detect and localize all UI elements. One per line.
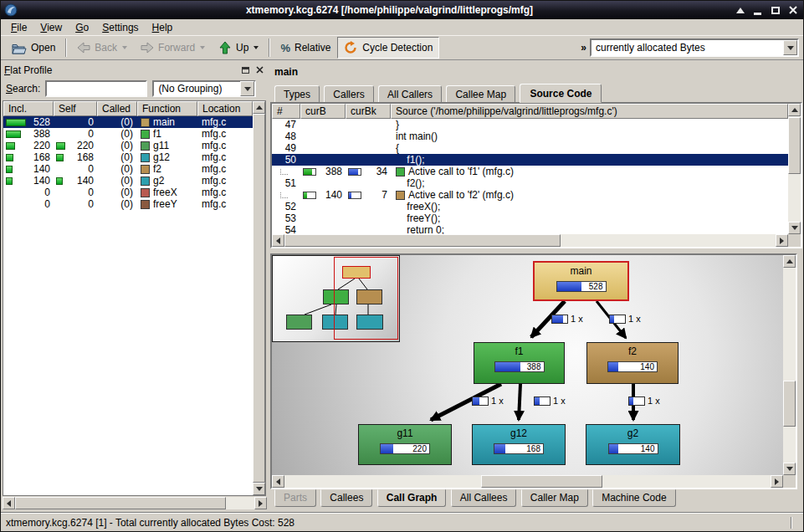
menu-view[interactable]: View bbox=[33, 21, 69, 34]
table-row-g11[interactable]: 220 220 (0) g11 mfg.c bbox=[3, 140, 253, 151]
scroll-thumb[interactable] bbox=[788, 117, 801, 174]
tab-all-callees[interactable]: All Callees bbox=[451, 489, 517, 507]
column-header-function[interactable]: Function bbox=[137, 101, 197, 116]
source-line[interactable]: 51 f2(); bbox=[272, 177, 788, 189]
source-active-call-f2[interactable]: 140 7 Active call to 'f2' (mfg.c) bbox=[272, 189, 788, 201]
scroll-right-button[interactable] bbox=[776, 234, 788, 247]
dock-close-button[interactable] bbox=[253, 64, 265, 75]
column-header-source[interactable]: Source ('/home/philippe/valgrind/littlep… bbox=[391, 104, 788, 119]
graph-node-f1[interactable]: f1 388 bbox=[474, 342, 565, 384]
graph-overview-minimap[interactable] bbox=[272, 255, 400, 342]
tab-callee-map[interactable]: Callee Map bbox=[446, 85, 515, 103]
scroll-thumb[interactable] bbox=[253, 114, 265, 483]
table-row-f2[interactable]: 140 0 (0) f2 mfg.c bbox=[3, 163, 253, 175]
graph-hscrollbar[interactable] bbox=[272, 475, 783, 488]
graph-node-g12[interactable]: g12 168 bbox=[472, 424, 566, 465]
table-row-g2[interactable]: 140 140 (0) g2 mfg.c bbox=[3, 175, 253, 187]
toolbar-overflow-chevron[interactable]: » bbox=[577, 42, 590, 54]
source-active-call-f1[interactable]: 388 34 Active call to 'f1' (mfg.c) bbox=[272, 166, 788, 177]
dock-float-button[interactable] bbox=[239, 64, 251, 75]
scroll-thumb[interactable] bbox=[481, 475, 602, 488]
source-line[interactable]: 49 { bbox=[272, 142, 788, 154]
tab-callers[interactable]: Callers bbox=[324, 85, 373, 103]
up-dropdown-icon bbox=[253, 46, 259, 49]
scroll-down-button[interactable] bbox=[788, 222, 801, 234]
column-header-curB[interactable]: curB bbox=[300, 104, 346, 119]
edge-cost-bar bbox=[628, 396, 645, 406]
scroll-left-button[interactable] bbox=[3, 497, 15, 509]
scroll-thumb[interactable] bbox=[15, 497, 226, 509]
source-line[interactable]: 47 } bbox=[272, 119, 788, 130]
table-row-f1[interactable]: 388 0 (0) f1 mfg.c bbox=[3, 128, 253, 140]
scroll-right-button[interactable] bbox=[771, 475, 783, 488]
menu-go[interactable]: Go bbox=[69, 21, 95, 34]
back-button[interactable]: Back bbox=[70, 37, 134, 59]
combo-dropdown-icon[interactable] bbox=[783, 40, 797, 55]
source-line[interactable]: 52 freeX(); bbox=[272, 201, 788, 212]
function-color-icon bbox=[141, 188, 150, 197]
tab-source-code[interactable]: Source Code bbox=[520, 84, 602, 103]
tab-call-graph[interactable]: Call Graph bbox=[377, 489, 447, 507]
graph-node-g11[interactable]: g11 220 bbox=[358, 424, 452, 465]
column-header-incl[interactable]: Incl. bbox=[3, 101, 54, 116]
source-vscrollbar[interactable] bbox=[788, 104, 801, 234]
shade-button[interactable] bbox=[732, 3, 748, 18]
flat-profile-hscrollbar[interactable] bbox=[3, 497, 267, 509]
graph-vscrollbar[interactable] bbox=[783, 255, 796, 475]
tab-caller-map[interactable]: Caller Map bbox=[521, 489, 588, 507]
search-input[interactable] bbox=[45, 80, 147, 97]
scroll-right-button[interactable] bbox=[254, 497, 267, 509]
table-row-freeY[interactable]: 0 0 (0) freeY mfg.c bbox=[3, 198, 253, 210]
close-button[interactable] bbox=[785, 3, 801, 18]
scroll-thumb[interactable] bbox=[783, 381, 796, 427]
grouping-dropdown-icon[interactable] bbox=[240, 81, 254, 96]
maximize-button[interactable] bbox=[767, 3, 783, 18]
scroll-up-button[interactable] bbox=[783, 255, 796, 268]
scroll-left-button[interactable] bbox=[272, 234, 284, 247]
tab-machine-code[interactable]: Machine Code bbox=[592, 489, 675, 507]
node-cost-bar: 168 bbox=[494, 443, 544, 454]
forward-button[interactable]: Forward bbox=[134, 37, 212, 59]
scroll-left-button[interactable] bbox=[272, 475, 284, 488]
graph-node-f2[interactable]: f2 140 bbox=[586, 342, 679, 384]
tab-parts[interactable]: Parts bbox=[274, 489, 316, 507]
node-cost-bar: 528 bbox=[556, 281, 607, 292]
tab-callees[interactable]: Callees bbox=[320, 489, 372, 507]
source-hscrollbar[interactable] bbox=[272, 234, 788, 247]
table-row-freeX[interactable]: 0 0 (0) freeX mfg.c bbox=[3, 187, 253, 198]
open-button[interactable]: Open bbox=[5, 37, 62, 59]
tab-types[interactable]: Types bbox=[274, 85, 320, 103]
scroll-up-button[interactable] bbox=[253, 101, 265, 114]
flat-profile-dock-titlebar[interactable]: Flat Profile bbox=[4, 63, 265, 77]
event-type-select[interactable]: currently allocated Bytes bbox=[590, 38, 799, 57]
column-header-called[interactable]: Called bbox=[97, 101, 137, 116]
column-header-line[interactable]: # bbox=[272, 104, 300, 119]
up-button[interactable]: Up bbox=[212, 37, 265, 59]
source-line[interactable]: 53 freeY(); bbox=[272, 212, 788, 224]
column-header-self[interactable]: Self bbox=[54, 101, 97, 116]
scroll-up-button[interactable] bbox=[788, 104, 801, 116]
column-header-curBk[interactable]: curBk bbox=[346, 104, 391, 119]
menu-help[interactable]: Help bbox=[146, 21, 180, 34]
graph-node-main[interactable]: main 528 bbox=[533, 261, 629, 301]
menu-settings[interactable]: Settings bbox=[95, 21, 145, 34]
source-line[interactable]: 48 int main() bbox=[272, 130, 788, 142]
column-header-location[interactable]: Location bbox=[197, 101, 253, 116]
titlebar[interactable]: xtmemory.kcg.6274 [/home/philippe/valgri… bbox=[1, 1, 803, 19]
graph-node-g2[interactable]: g2 140 bbox=[586, 424, 680, 465]
scroll-thumb[interactable] bbox=[284, 234, 561, 247]
scroll-down-button[interactable] bbox=[253, 483, 265, 495]
grouping-select[interactable]: (No Grouping) bbox=[152, 80, 256, 97]
menu-file[interactable]: File bbox=[4, 21, 33, 34]
source-line-selected[interactable]: 50 f1(); bbox=[272, 154, 788, 166]
call-graph-view[interactable]: main 528 f1 388 f2 140 g11 220 g12 168 g… bbox=[270, 253, 797, 489]
minimap-viewport-rect[interactable] bbox=[334, 257, 398, 340]
table-row-main[interactable]: 528 0 (0) main mfg.c bbox=[3, 116, 253, 128]
scroll-down-button[interactable] bbox=[783, 463, 796, 475]
flat-profile-vscrollbar[interactable] bbox=[253, 101, 265, 495]
cycle-detection-toggle-button[interactable]: Cycle Detection bbox=[337, 37, 439, 59]
minimize-button[interactable] bbox=[750, 3, 766, 18]
tab-all-callers[interactable]: All Callers bbox=[378, 85, 442, 103]
relative-toggle-button[interactable]: % Relative bbox=[274, 37, 337, 59]
table-row-g12[interactable]: 168 168 (0) g12 mfg.c bbox=[3, 151, 253, 163]
